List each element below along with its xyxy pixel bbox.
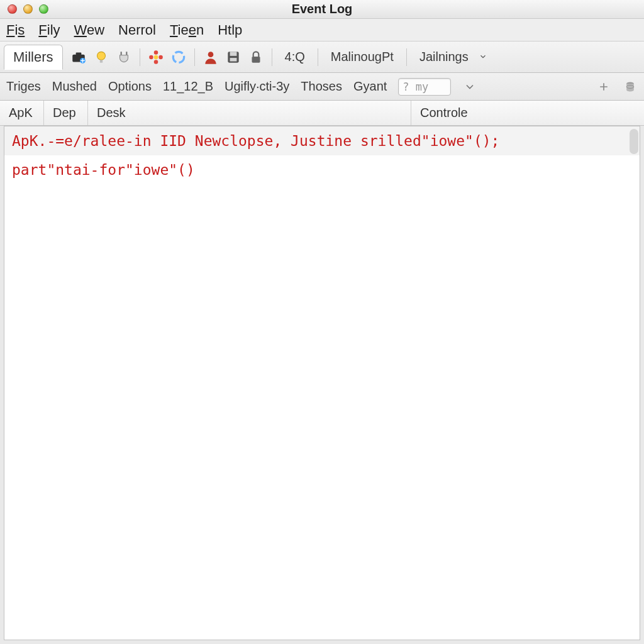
close-window-button[interactable] [8,4,17,14]
tb2-gyant[interactable]: Gyant [353,79,387,94]
toolbar: Millers 4:Q MalinougPt Jai [0,42,644,73]
log-line[interactable]: part"ntai-for"iowe"() [4,155,640,184]
tab-millers[interactable]: Millers [4,45,63,70]
lock-icon[interactable] [247,48,265,67]
minimize-window-button[interactable] [23,4,33,14]
sub-toolbar: Triges Mushed Options 11_12_B Ugifly·cti… [0,73,644,101]
svg-rect-15 [252,56,260,62]
zoom-window-button[interactable] [39,4,48,14]
toolbar-separator [318,48,318,66]
menu-tieen[interactable]: Tieen [170,22,204,38]
malinougpt-button[interactable]: MalinougPt [325,47,400,67]
menu-fis[interactable]: Fis [6,22,25,38]
svg-point-11 [208,52,213,57]
tb2-mushed[interactable]: Mushed [52,79,97,94]
toolbar-separator [272,48,272,66]
column-headers: ApK Dep Desk Controle [0,101,644,126]
chevron-down-icon[interactable] [462,79,477,94]
save-icon[interactable] [224,48,243,67]
col-apk[interactable]: ApK [0,101,44,125]
toolbar-separator [140,48,140,66]
svg-point-10 [173,52,184,62]
tb2-triges[interactable]: Triges [6,79,41,94]
chevron-down-icon[interactable] [479,50,487,64]
toolbar-separator [406,48,407,66]
search-input[interactable]: ? my [398,78,451,96]
svg-rect-4 [99,60,102,62]
col-dep[interactable]: Dep [44,101,88,125]
user-icon[interactable] [201,48,220,67]
plug-icon[interactable] [114,48,133,67]
svg-rect-14 [230,58,236,61]
vertical-scrollbar-thumb[interactable] [630,129,638,154]
window-controls [0,4,48,14]
plus-icon[interactable] [596,79,611,94]
svg-point-3 [97,52,105,60]
menu-htlp[interactable]: Htlp [218,22,242,38]
camera-icon[interactable] [69,48,88,67]
database-icon[interactable] [623,79,638,94]
tb2-1112b[interactable]: 11_12_B [163,79,213,94]
log-line[interactable]: ApK.-=e/ralee-in IID Newclopse, Justine … [4,126,640,155]
menu-bar: Fis Fily Wew Nerrol Tieen Htlp [0,19,644,42]
svg-point-7 [153,60,158,64]
toolbar-separator [194,48,195,66]
svg-point-5 [153,55,158,59]
time-label: 4:Q [279,47,311,67]
loading-icon[interactable] [169,48,188,67]
menu-wew[interactable]: Wew [74,22,105,38]
tb2-ugifly[interactable]: Ugifly·cti-3y [225,79,289,94]
col-controle[interactable]: Controle [411,101,644,125]
menu-nerrol[interactable]: Nerrol [118,22,156,38]
window-title: Event Log [0,2,644,16]
svg-rect-13 [230,52,236,56]
app-window: Event Log Fis Fily Wew Nerrol Tieen Htlp… [0,0,644,644]
log-area[interactable]: ApK.-=e/ralee-in IID Newclopse, Justine … [4,126,640,640]
svg-point-9 [158,55,163,59]
search-placeholder: ? my [402,80,428,93]
col-desk[interactable]: Desk [88,101,411,125]
menu-fily[interactable]: Fily [38,22,60,38]
svg-point-8 [149,55,153,59]
svg-rect-1 [75,52,81,55]
flower-icon[interactable] [147,48,165,67]
titlebar: Event Log [0,0,644,19]
tb2-thoses[interactable]: Thoses [301,79,342,94]
lightbulb-icon[interactable] [92,48,111,67]
jailnings-button[interactable]: Jailnings [413,47,475,67]
svg-point-6 [153,50,158,55]
tb2-options[interactable]: Options [108,79,152,94]
